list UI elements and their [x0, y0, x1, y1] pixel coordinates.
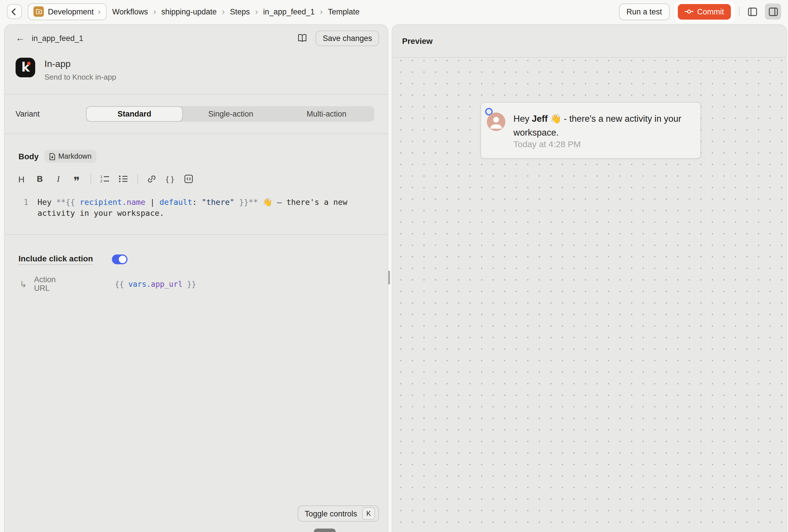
- notification-message: Hey Jeff 👋 - there's a new activity in y…: [513, 112, 687, 140]
- history-back-button[interactable]: [7, 4, 22, 19]
- markdown-format-badge[interactable]: Markdown: [44, 150, 96, 163]
- divider: [5, 133, 388, 134]
- markdown-label: Markdown: [58, 152, 92, 160]
- chevron-right-icon: ›: [153, 7, 156, 16]
- italic-icon[interactable]: I: [50, 172, 66, 186]
- topbar-actions: Run a test Commit: [619, 1, 781, 22]
- body-label: Body: [18, 152, 39, 161]
- scrollbar-thumb[interactable]: [388, 271, 390, 284]
- channel-subtitle: Send to Knock in-app: [44, 73, 116, 81]
- breadcrumb-item[interactable]: in_app_feed_1: [263, 7, 315, 16]
- environment-folder-icon: [34, 6, 44, 17]
- chevron-right-icon: ›: [222, 7, 225, 16]
- preview-canvas: Hey Jeff 👋 - there's a new activity in y…: [392, 58, 786, 532]
- body-section-header: Body Markdown: [5, 150, 388, 163]
- notification-card[interactable]: Hey Jeff 👋 - there's a new activity in y…: [480, 102, 701, 159]
- commit-label: Commit: [697, 7, 724, 16]
- variant-row: Variant Standard Single-action Multi-act…: [5, 95, 388, 133]
- panel-left-icon: [748, 7, 757, 16]
- toggle-controls-label: Toggle controls: [304, 509, 357, 518]
- quote-icon[interactable]: ❞: [68, 172, 85, 186]
- divider: [5, 234, 388, 235]
- template-editor-panel: ← in_app_feed_1 Save changes k In-app Se…: [4, 24, 388, 532]
- toggle-knob: [119, 255, 126, 263]
- svg-text:2: 2: [100, 179, 102, 183]
- notification-timestamp: Today at 4:28 PM: [513, 139, 580, 149]
- variant-option-single-action[interactable]: Single-action: [183, 106, 279, 122]
- channel-title: In-app: [44, 58, 116, 70]
- breadcrumb: Workflows›shipping-update›Steps›in_app_f…: [112, 7, 360, 16]
- ordered-list-icon[interactable]: 1 2: [97, 172, 113, 186]
- file-down-icon: [49, 153, 55, 160]
- commit-button[interactable]: Commit: [677, 4, 731, 19]
- breadcrumb-item[interactable]: Workflows: [112, 7, 148, 16]
- variant-label: Variant: [16, 110, 40, 118]
- preview-title: Preview: [392, 25, 786, 57]
- bullet-list-icon[interactable]: [115, 172, 132, 186]
- braces-icon[interactable]: { }: [162, 172, 178, 186]
- toggle-controls-button[interactable]: Toggle controls K: [298, 506, 379, 521]
- knock-logo: k: [16, 58, 35, 77]
- template-code[interactable]: Hey **{{ recipient.name | default: "ther…: [38, 197, 352, 218]
- breadcrumb-item[interactable]: shipping-update: [161, 7, 217, 16]
- app-root: Development › Workflows›shipping-update›…: [0, 0, 788, 532]
- branch-arrow-icon: ↳: [20, 279, 28, 288]
- docs-button[interactable]: [297, 34, 308, 43]
- knock-logo-dot: [27, 62, 31, 65]
- toggle-left-panel-button[interactable]: [744, 3, 760, 20]
- breadcrumb-item[interactable]: Steps: [230, 7, 250, 16]
- link-icon[interactable]: [144, 172, 160, 186]
- book-icon: [297, 34, 308, 43]
- panel-right-icon: [768, 7, 778, 16]
- git-commit-icon: [685, 9, 693, 15]
- variant-option-multi-action[interactable]: Multi-action: [279, 106, 374, 122]
- environment-switcher[interactable]: Development ›: [28, 3, 106, 20]
- chevron-right-icon: ›: [255, 7, 258, 16]
- chevron-left-icon: [11, 8, 16, 15]
- svg-text:1: 1: [100, 175, 102, 179]
- recipient-name: Jeff: [532, 114, 548, 123]
- chevron-right-icon: ›: [320, 7, 323, 16]
- action-url-label: Action URL: [34, 275, 72, 293]
- toolbar-separator: [137, 173, 138, 184]
- variant-option-standard[interactable]: Standard: [86, 106, 183, 122]
- breadcrumb-item[interactable]: Template: [328, 7, 360, 16]
- action-url-value[interactable]: {{ vars.app_url }}: [115, 279, 196, 288]
- toggle-right-panel-button[interactable]: [765, 3, 781, 20]
- run-a-test-button[interactable]: Run a test: [619, 3, 669, 20]
- channel-info: k In-app Send to Knock in-app: [5, 46, 388, 94]
- include-click-action-row: Include click action: [5, 253, 388, 265]
- formatting-toolbar: H B I ❞ 1 2: [5, 172, 388, 186]
- line-number: 1: [24, 197, 38, 218]
- save-changes-button[interactable]: Save changes: [316, 30, 379, 46]
- include-click-action-label: Include click action: [18, 254, 93, 264]
- code-block-icon[interactable]: [181, 172, 197, 186]
- editor-header: ← in_app_feed_1 Save changes: [5, 25, 388, 46]
- topbar-separator: [739, 7, 740, 16]
- toolbar-separator: [91, 173, 91, 184]
- include-click-action-toggle[interactable]: [112, 254, 127, 264]
- step-name: in_app_feed_1: [32, 34, 83, 42]
- avatar: [487, 113, 505, 131]
- preview-panel: Preview Hey Jeff 👋 - there's a new activ…: [392, 24, 787, 532]
- heading-icon[interactable]: H: [13, 172, 29, 186]
- action-url-row: ↳ Action URL {{ vars.app_url }}: [5, 279, 388, 289]
- bold-icon[interactable]: B: [32, 172, 48, 186]
- back-arrow-icon[interactable]: ←: [16, 34, 25, 43]
- commit-highlight: Commit: [674, 1, 734, 22]
- chevron-right-icon: ›: [98, 7, 101, 16]
- body-code-editor[interactable]: 1 Hey **{{ recipient.name | default: "th…: [5, 197, 388, 218]
- environment-label: Development: [48, 7, 94, 16]
- variant-segmented-control: Standard Single-action Multi-action: [86, 106, 374, 122]
- keyboard-shortcut-badge: K: [362, 507, 375, 520]
- person-icon: [487, 113, 505, 131]
- hidden-control-peek: [314, 529, 336, 532]
- top-bar: Development › Workflows›shipping-update›…: [0, 0, 788, 23]
